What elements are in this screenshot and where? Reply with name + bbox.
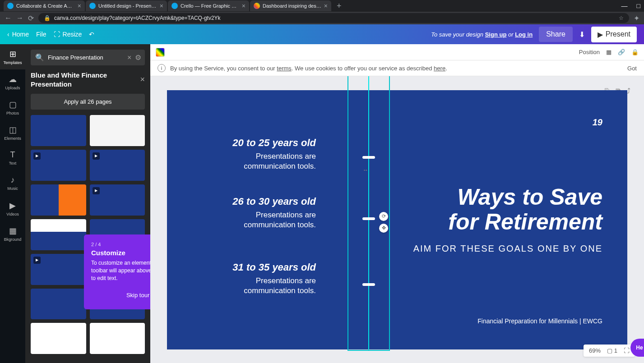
position-button[interactable]: Position [579,49,600,55]
browser-tab-strip: Collaborate & Create Amazing G× Untitled… [0,0,644,12]
link-icon[interactable]: 🔗 [618,49,625,55]
resize-icon: ⛶ [54,31,60,38]
photos-icon: ▢ [9,100,17,110]
bookmark-icon[interactable]: ☆ [619,15,624,21]
age-block-2[interactable]: 26 to 30 years old Presentations arecomm… [232,196,316,230]
selection-box[interactable]: ⟳ ✥ ↔ [347,76,390,351]
template-thumb[interactable] [31,219,86,250]
sidebar-elements[interactable]: ◫Elements [0,120,25,145]
tour-title: Customize [91,249,150,257]
template-thumb[interactable]: ▶ [31,150,86,181]
signup-link[interactable]: Sign up [485,31,507,38]
extensions-icon[interactable]: ✦ [634,14,639,23]
close-icon[interactable]: × [242,2,246,9]
file-menu[interactable]: File [36,31,46,38]
chevron-left-icon: ‹ [7,31,9,38]
zoom-level[interactable]: 69% [589,347,601,354]
canvas-viewport[interactable]: ⎘ ⧉ ⤴ 19 Ways to Save for Retirement AIM… [150,76,644,363]
lock-icon: 🔒 [44,15,51,21]
sidebar-music[interactable]: ♪Music [0,170,25,196]
sidebar-uploads[interactable]: ☁Uploads [0,69,25,95]
elements-icon: ◫ [9,125,17,135]
present-button[interactable]: ▶Present [591,27,637,42]
template-thumb[interactable]: ▶ [31,254,86,285]
timeline-dot [362,156,375,159]
browser-tab[interactable]: Dashboard inspiring designs - G× [250,0,331,11]
close-icon[interactable]: × [140,75,145,84]
browser-tab[interactable]: Crello — Free Graphic Design So× [168,0,249,11]
add-page-icon[interactable]: ⤴ [627,87,630,95]
reload-icon[interactable]: ⟳ [28,14,34,23]
color-picker[interactable] [156,48,165,57]
template-thumb[interactable] [90,115,145,146]
slide[interactable]: 19 Ways to Save for Retirement AIM FOR T… [167,90,627,349]
background-icon: ▦ [9,226,17,236]
zoom-controls: 69% ▢ 1 ⛶ [584,345,635,357]
page-indicator[interactable]: ▢ 1 [607,347,617,354]
selected-line-element[interactable] [368,76,369,350]
template-thumb[interactable]: ▶ [90,184,145,216]
template-thumb[interactable] [31,323,86,354]
play-icon: ▶ [93,152,100,160]
icon-sidebar: ⊞Templates ☁Uploads ▢Photos ◫Elements TT… [0,44,25,363]
url-input[interactable]: 🔒 canva.com/design/play?category=tACZCrv… [38,13,629,23]
resize-button[interactable]: ⛶Resize [54,31,82,38]
timeline-dot [362,283,375,286]
search-input[interactable] [48,54,124,61]
cookie-notice: i By using the Service, you consent to o… [150,60,644,76]
tour-tooltip: 2 / 4 Customize To customize an element,… [84,234,150,309]
slide-subtitle[interactable]: AIM FOR THESE GOALS ONE BY ONE [413,244,602,254]
slide-title[interactable]: Ways to Save for Retirement [448,185,602,234]
search-box[interactable]: 🔍 × ⚙ [31,50,145,65]
template-thumb[interactable] [31,184,86,216]
close-icon[interactable]: × [160,2,163,9]
close-icon[interactable]: × [78,2,81,9]
templates-panel: 🔍 × ⚙ Blue and White Finance Presentatio… [25,44,150,363]
back-icon[interactable]: ← [5,14,12,22]
slide-footer[interactable]: Financial Preparation for Millennials | … [477,317,602,325]
template-thumb[interactable] [31,289,86,320]
rotate-handle[interactable]: ⟳ [379,212,388,221]
template-thumb[interactable]: ▶ [90,150,145,181]
canvas-area: Position ▦ 🔗 🔒 i By using the Service, y… [150,44,644,363]
sidebar-text[interactable]: TText [0,145,25,170]
share-button[interactable]: Share [539,27,573,42]
sidebar-background[interactable]: ▦Bkground [0,221,25,246]
terms-link[interactable]: terms [277,65,292,72]
play-icon: ▶ [33,257,41,264]
template-thumb[interactable] [90,323,145,354]
undo-button[interactable]: ↶ [89,31,94,38]
close-icon[interactable]: × [324,2,328,9]
canvas-toolbar: Position ▦ 🔗 🔒 [150,44,644,60]
sidebar-photos[interactable]: ▢Photos [0,95,25,120]
maximize-icon[interactable]: □ [637,2,640,9]
play-icon: ▶ [33,152,41,160]
age-block-3[interactable]: 31 to 35 years old Presentations arecomm… [232,262,316,296]
move-handle[interactable]: ✥ [379,224,388,233]
sidebar-templates[interactable]: ⊞Templates [0,44,25,69]
new-tab-button[interactable]: + [332,1,346,11]
here-link[interactable]: here [434,65,445,72]
present-icon: ▶ [598,30,603,39]
lock-icon[interactable]: 🔒 [631,49,639,55]
info-icon: i [158,64,166,72]
minimize-icon[interactable]: — [621,2,628,9]
template-thumb[interactable] [31,115,86,146]
browser-tab[interactable]: Untitled design - Presentation (1× [86,0,167,11]
browser-tab[interactable]: Collaborate & Create Amazing G× [4,0,85,11]
timeline-dot [362,217,375,220]
download-icon[interactable]: ⬇ [579,30,585,39]
home-button[interactable]: ‹Home [7,31,29,38]
login-link[interactable]: Log in [515,31,533,38]
age-block-1[interactable]: 20 to 25 years old Presentations arecomm… [232,137,316,171]
skip-tour-button[interactable]: Skip tour [120,288,150,302]
got-it-button[interactable]: Got [627,65,637,72]
clear-icon[interactable]: × [127,54,131,62]
apply-all-button[interactable]: Apply all 26 pages [31,94,145,110]
fullscreen-icon[interactable]: ⛶ [624,347,630,354]
forward-icon[interactable]: → [16,14,23,22]
transparency-icon[interactable]: ▦ [606,49,612,55]
sidebar-videos[interactable]: ▶Videos [0,196,25,221]
slide-number[interactable]: 19 [593,117,602,128]
filter-icon[interactable]: ⚙ [135,53,141,62]
